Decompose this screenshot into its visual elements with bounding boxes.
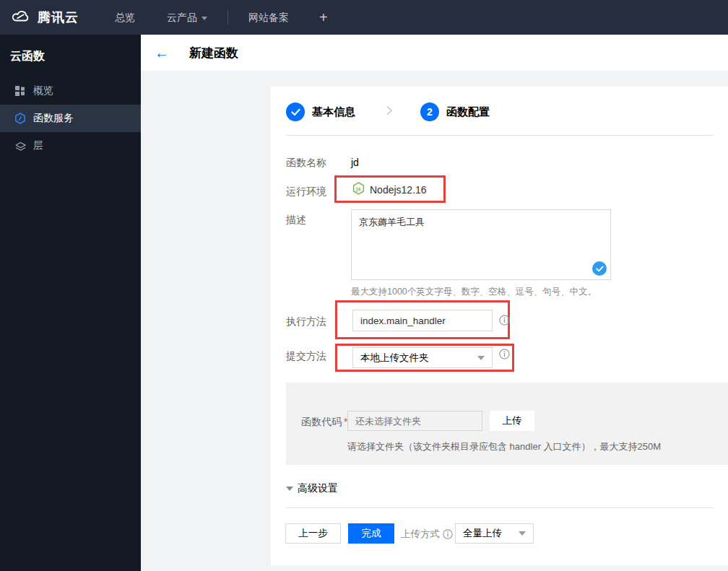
step2-number-badge: 2 [420,103,439,121]
upload-mode-value: 全量上传 [463,527,502,540]
nav-divider [228,10,228,25]
nav-add-tab-button[interactable]: + [305,9,342,26]
chevron-down-icon [202,17,207,20]
sidebar-item-layers[interactable]: 层 [0,132,141,160]
handler-label: 执行方法 [286,315,326,328]
function-name-value: jd [351,157,359,168]
handler-info-icon[interactable] [499,315,510,326]
runtime-value-row: js Nodejs12.16 [352,182,427,198]
function-code-section: 函数代码* 上传 请选择文件夹（该文件夹根目录应包含 handler 入口文件）… [286,383,728,465]
runtime-value: Nodejs12.16 [370,184,427,196]
sidebar-item-label: 函数服务 [33,112,74,125]
footer-divider [286,507,714,508]
submit-method-select[interactable]: 本地上传文件夹 [352,347,493,368]
top-navbar: 腾讯云 总览 云产品 网站备案 + [0,0,728,35]
caret-down-icon [519,531,526,536]
valid-check-icon [592,261,607,276]
chevron-right-icon [386,105,393,118]
back-arrow-icon[interactable]: ← [155,45,169,60]
step1-label: 基本信息 [312,105,355,119]
function-code-label: 函数代码* [301,416,347,429]
nav-item-beian[interactable]: 网站备案 [233,0,305,35]
runtime-label: 运行环境 [286,186,326,199]
stepper: 基本信息 2 函数配置 [286,103,490,121]
sidebar: 云函数 概览 函数服务 [0,35,141,571]
svg-text:js: js [355,186,360,192]
upload-button[interactable]: 上传 [490,411,534,431]
finish-button[interactable]: 完成 [348,523,394,544]
layers-icon [14,140,26,152]
brand-name: 腾讯云 [38,9,79,26]
step1-done-check-icon [286,103,305,121]
stepper-divider [286,135,714,136]
tencent-cloud-logo[interactable]: 腾讯云 [0,9,99,26]
sidebar-item-label: 层 [33,139,43,152]
page-title: 新建函数 [189,45,238,61]
previous-step-button[interactable]: 上一步 [285,523,341,544]
description-helper-text: 最大支持1000个英文字母、数字、空格、逗号、句号、中文。 [351,286,597,298]
app-root: 腾讯云 总览 云产品 网站备案 + 云函数 概览 [0,0,728,571]
nodejs-icon: js [352,182,365,198]
create-function-panel: 基本信息 2 函数配置 函数名称 jd 运行环境 js Nodejs12.16 … [271,87,728,565]
step2-label: 函数配置 [446,105,490,119]
nav-item-overview[interactable]: 总览 [99,0,151,35]
submit-method-info-icon[interactable] [499,349,510,359]
submit-method-label: 提交方法 [286,350,326,363]
sidebar-item-overview[interactable]: 概览 [0,77,141,105]
handler-input[interactable] [352,310,493,331]
nav-products-label: 云产品 [167,12,197,23]
sidebar-title: 云函数 [0,35,141,77]
function-code-label-text: 函数代码 [301,416,342,427]
folder-path-input[interactable] [347,411,482,431]
page-header: ← 新建函数 [141,35,728,71]
sidebar-item-label: 概览 [33,84,53,97]
caret-down-icon [477,356,485,360]
function-name-label: 函数名称 [286,157,326,170]
triangle-down-icon [286,487,293,491]
upload-mode-select[interactable]: 全量上传 [455,523,534,544]
sidebar-item-functions[interactable]: 函数服务 [0,105,141,132]
description-textarea[interactable]: 京东薅羊毛工具 [351,209,611,280]
description-label: 描述 [286,214,306,227]
grid-icon [14,85,26,97]
nav-item-products[interactable]: 云产品 [151,0,223,35]
upload-mode-label-row: 上传方式 [401,528,453,541]
function-code-helper-text: 请选择文件夹（该文件夹根目录应包含 handler 入口文件），最大支持250M [347,440,661,453]
scf-hexagon-icon [14,113,26,124]
advanced-settings-toggle[interactable]: 高级设置 [286,482,338,495]
submit-method-value: 本地上传文件夹 [360,352,429,365]
upload-mode-label: 上传方式 [401,528,440,541]
upload-mode-info-icon[interactable] [443,529,453,540]
advanced-settings-label: 高级设置 [298,482,338,495]
cloud-logo-icon [12,9,30,26]
